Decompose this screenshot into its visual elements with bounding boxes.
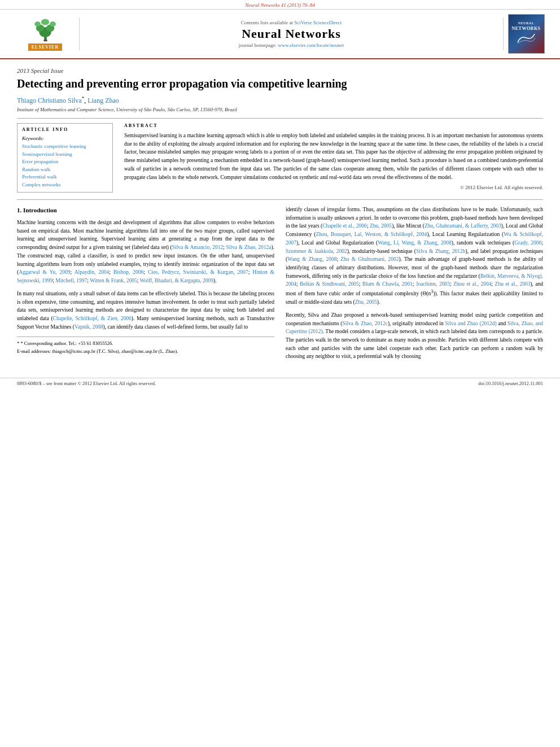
- footnote-corresponding: * Corresponding author. Tel.: +55 61 830…: [20, 340, 113, 346]
- article-info-abstract-columns: ARTICLE INFO Keywords: Stochastic compet…: [17, 123, 543, 193]
- svg-point-6: [50, 21, 56, 27]
- ref-zhu-2005[interactable]: Zhu, 2005: [370, 223, 392, 229]
- ref-silva-zhao-2012d[interactable]: Silva and Zhao (2012d): [445, 321, 497, 326]
- ref-zhu-2003[interactable]: Zhu et al., 2003: [495, 281, 531, 287]
- affiliation: Institute of Mathematics and Computer Sc…: [17, 107, 543, 112]
- ref-wolff[interactable]: Wolff, Bhaduri, & Kargupta, 2009: [140, 278, 214, 283]
- article-info-title: ARTICLE INFO: [22, 127, 108, 132]
- keyword-semisupervised[interactable]: Semisupervised learning: [22, 151, 108, 159]
- footer-doi: doi:10.1016/j.neunet.2012.11.001: [478, 381, 543, 386]
- cover-graphic-icon: [515, 31, 537, 47]
- body-right-column: identify classes of irregular forms. Thu…: [286, 206, 543, 365]
- ref-aggarwal-yu[interactable]: Aggarwal & Yu, 2009: [19, 269, 70, 275]
- homepage-link[interactable]: www.elsevier.com/locate/neunet: [278, 42, 344, 48]
- article-container: 2013 Special Issue Detecting and prevent…: [0, 59, 560, 373]
- ref-silva-zhao-2012a[interactable]: Silva & Zhao, 2012a: [226, 244, 272, 250]
- cover-top-text: NEURAL: [518, 21, 534, 25]
- abstract-title: ABSTRACT: [124, 123, 543, 128]
- ref-witten[interactable]: Witten & Frank, 2005: [90, 278, 137, 283]
- special-issue-label: 2013 Special Issue: [17, 67, 543, 74]
- elsevier-logo: [30, 17, 61, 42]
- journal-top-bar: Neural Networks 41 (2013) 70–84: [0, 0, 560, 10]
- ref-mitchell[interactable]: Mitchell, 1997: [55, 278, 87, 283]
- ref-zhou-2004[interactable]: Zhou et al., 2004: [453, 281, 492, 287]
- ref-silva-zhao-2012c[interactable]: Silva & Zhao, 2012c: [343, 321, 388, 326]
- abstract-column: ABSTRACT Semisupervised learning is a ma…: [124, 123, 543, 193]
- elsevier-logo-area: ELSEVIER: [11, 17, 79, 51]
- section1-label: Introduction: [23, 207, 57, 213]
- keyword-preferential-walk[interactable]: Preferential walk: [22, 173, 108, 181]
- journal-title-area: Contents lists available at SciVerse Sci…: [79, 18, 504, 50]
- article-divider: [17, 118, 543, 119]
- sciverse-link[interactable]: SciVerse ScienceDirect: [294, 20, 342, 25]
- body-right-para2: Recently, Silva and Zhao proposed a netw…: [286, 311, 543, 361]
- ref-szummer[interactable]: Szummer & Jaakkola, 2002: [286, 248, 347, 254]
- section1-title: 1. Introduction: [17, 206, 274, 215]
- ref-zhou-bousquet[interactable]: Zhou, Bousquet, Lal, Weston, & Schölkopf…: [316, 231, 427, 237]
- svg-point-5: [41, 19, 49, 25]
- authors-line: Thiago Christiano Silva*, Liang Zhao: [17, 95, 543, 105]
- ref-silva-zhang[interactable]: Silva & Zhang, 2012b: [416, 248, 466, 254]
- body-divider: [17, 199, 543, 200]
- ref-bishop[interactable]: Bishop, 2006: [113, 269, 143, 275]
- body-para2: In many real situations, only a small su…: [17, 290, 274, 331]
- ref-chapelle-scholkopf[interactable]: Chapelle, Schölkopf, & Zien, 2006: [53, 316, 132, 321]
- keyword-complex-networks[interactable]: Complex networks: [22, 181, 108, 189]
- ref-zhu-2005b[interactable]: Zhu, 2005: [355, 299, 377, 305]
- article-info-box: ARTICLE INFO Keywords: Stochastic compet…: [17, 123, 113, 193]
- cover-main-text: NETWORKS: [511, 26, 540, 31]
- footnote-email: E-mail addresses: thiagoch@icmc.usp.br (…: [17, 348, 178, 354]
- ref-vapnik[interactable]: Vapnik, 2008: [75, 324, 103, 330]
- journal-header: ELSEVIER Contents lists available at Sci…: [0, 10, 560, 59]
- ref-alpaydin[interactable]: Alpaydin, 2004: [75, 269, 110, 275]
- ref-wang-zhang[interactable]: Wang & Zhang, 2008: [287, 256, 336, 262]
- footnote-star-symbol: *: [17, 340, 19, 346]
- article-info-column: ARTICLE INFO Keywords: Stochastic compet…: [17, 123, 113, 193]
- keyword-random-walk[interactable]: Random walk: [22, 166, 108, 174]
- keyword-stochastic[interactable]: Stochastic competitive learning: [22, 143, 108, 151]
- journal-cover-thumbnail: NEURAL NETWORKS: [508, 14, 545, 54]
- footnote-email-line: E-mail addresses: thiagoch@icmc.usp.br (…: [17, 348, 274, 355]
- ref-zhu-ghahramani[interactable]: Zhu, Ghahramani, & Lafferty, 2003: [425, 223, 501, 229]
- elsevier-brand-label: ELSEVIER: [28, 43, 62, 51]
- ref-joachims[interactable]: Joachims, 2003: [416, 281, 450, 287]
- keyword-error-propagation[interactable]: Error propagation: [22, 158, 108, 166]
- section1-number: 1.: [17, 207, 21, 213]
- keywords-label: Keywords:: [22, 136, 108, 141]
- body-left-column: 1. Introduction Machine learning concern…: [17, 206, 274, 365]
- sciverse-line: Contents lists available at SciVerse Sci…: [91, 20, 492, 25]
- journal-cover-thumb-area: NEURAL NETWORKS: [504, 14, 549, 54]
- footnote-area: * * Corresponding author. Tel.: +55 61 8…: [17, 337, 274, 355]
- ref-zhu-ghahramani-2002[interactable]: Zhu & Ghahramani, 2002: [340, 256, 399, 262]
- copyright-line: © 2012 Elsevier Ltd. All rights reserved…: [124, 185, 543, 190]
- elsevier-tree-icon: [30, 17, 61, 42]
- author-star: *: [82, 95, 85, 101]
- svg-rect-7: [43, 40, 47, 42]
- ref-grady[interactable]: Grady, 2006: [514, 240, 541, 246]
- ref-silva-amancio-2012[interactable]: Silva & Amancio, 2012: [172, 244, 223, 250]
- ref-blum-chawla[interactable]: Blum & Chawla, 2001: [362, 281, 413, 287]
- svg-point-4: [34, 21, 41, 27]
- author-zhao[interactable]: Liang Zhao: [88, 97, 119, 104]
- body-columns: 1. Introduction Machine learning concern…: [17, 206, 543, 365]
- body-right-para1: identify classes of irregular forms. Thu…: [286, 206, 543, 307]
- journal-title: Neural Networks: [91, 27, 492, 41]
- article-title: Detecting and preventing error propagati…: [17, 76, 543, 91]
- ref-belkin-sindhwani[interactable]: Belkin & Sindhwani, 2005: [300, 281, 359, 287]
- homepage-line: journal homepage: www.elsevier.com/locat…: [91, 42, 492, 48]
- ref-cios-et-al[interactable]: Cios, Pedrycz, Swiniarski, & Kurgan, 200…: [148, 269, 248, 275]
- author-silva[interactable]: Thiago Christiano Silva: [17, 97, 82, 104]
- footer-issn: 0893-6080/$ – see front matter © 2012 El…: [17, 381, 156, 386]
- abstract-text: Semisupervised learning is a machine lea…: [124, 132, 543, 181]
- ref-chapelle-2006[interactable]: Chapelle et al., 2006: [322, 223, 367, 229]
- footnote-star-line: * * Corresponding author. Tel.: +55 61 8…: [17, 340, 274, 347]
- body-para1: Machine learning concerns with the desig…: [17, 219, 274, 285]
- page-footer: 0893-6080/$ – see front matter © 2012 El…: [0, 378, 560, 390]
- journal-volume-info: Neural Networks 41 (2013) 70–84: [245, 2, 315, 8]
- ref-wang-li[interactable]: Wang, Li, Wang, & Zhang, 2008: [378, 240, 452, 246]
- ref-silva-zhao-cupertino[interactable]: Silva, Zhao, and Cupertino (2012): [286, 321, 543, 335]
